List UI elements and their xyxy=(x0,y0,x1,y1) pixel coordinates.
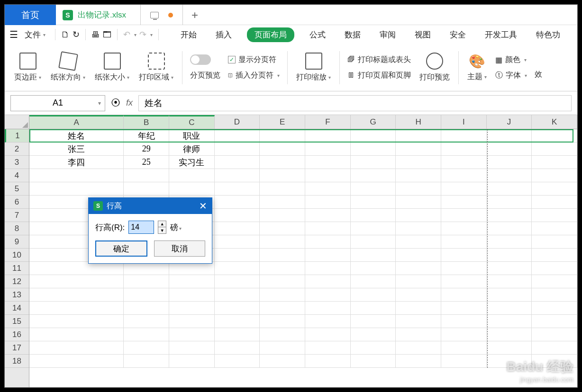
save-icon[interactable]: 🗋 xyxy=(61,30,70,40)
menu-file[interactable]: 文件▾ xyxy=(21,27,49,42)
hamburger-icon[interactable]: ☰ xyxy=(9,29,18,40)
cell[interactable] xyxy=(441,169,487,182)
cell[interactable] xyxy=(260,341,305,355)
ribbon-print-preview[interactable]: 打印预览 xyxy=(415,46,455,89)
row-header[interactable]: 8 xyxy=(5,222,29,235)
row-header[interactable]: 17 xyxy=(5,341,29,355)
cell[interactable]: 实习生 xyxy=(169,156,215,169)
ribbon-size[interactable]: 纸张大小▾ xyxy=(90,46,134,89)
cell[interactable] xyxy=(29,169,124,182)
cell[interactable] xyxy=(441,156,487,169)
cell[interactable] xyxy=(124,328,169,341)
cell[interactable] xyxy=(305,182,351,196)
cell[interactable] xyxy=(532,315,577,328)
cell[interactable] xyxy=(487,288,532,302)
cell[interactable] xyxy=(487,275,532,288)
row-header[interactable]: 15 xyxy=(5,315,29,328)
cell[interactable] xyxy=(396,235,441,249)
cell[interactable] xyxy=(29,302,124,315)
cell[interactable] xyxy=(441,209,487,222)
ribbon-orientation[interactable]: 纸张方向▾ xyxy=(46,46,90,89)
cell[interactable] xyxy=(260,288,305,302)
cell[interactable] xyxy=(305,249,351,262)
cell[interactable] xyxy=(487,196,532,209)
cell[interactable] xyxy=(532,341,577,355)
cell[interactable] xyxy=(169,355,215,368)
cell[interactable]: 25 xyxy=(124,156,169,169)
cell[interactable] xyxy=(305,129,351,143)
cell[interactable] xyxy=(351,328,396,341)
cell[interactable]: 律师 xyxy=(169,143,215,156)
cell[interactable] xyxy=(305,275,351,288)
ok-button[interactable]: 确定 xyxy=(95,241,147,257)
cell[interactable] xyxy=(215,262,260,275)
cell[interactable] xyxy=(124,315,169,328)
cell[interactable] xyxy=(351,182,396,196)
cell[interactable] xyxy=(169,262,215,275)
cell[interactable] xyxy=(532,355,577,368)
cell[interactable] xyxy=(532,235,577,249)
cell[interactable] xyxy=(487,262,532,275)
cell[interactable] xyxy=(396,288,441,302)
cell[interactable] xyxy=(396,275,441,288)
ribbon-show-breaks[interactable]: ✓显示分页符 xyxy=(228,55,280,65)
cell[interactable] xyxy=(305,156,351,169)
cell[interactable] xyxy=(351,315,396,328)
cell[interactable] xyxy=(396,143,441,156)
ribbon-print-titles[interactable]: 🗊打印标题或表头 xyxy=(347,55,411,65)
row-header[interactable]: 9 xyxy=(5,235,29,249)
row-header[interactable]: 3 xyxy=(5,156,29,169)
cell[interactable] xyxy=(396,315,441,328)
cell[interactable] xyxy=(396,249,441,262)
cell[interactable] xyxy=(532,129,577,143)
cell[interactable] xyxy=(215,341,260,355)
row-header[interactable]: 18 xyxy=(5,355,29,368)
cell[interactable] xyxy=(260,355,305,368)
cell[interactable] xyxy=(29,288,124,302)
fx-label[interactable]: fx xyxy=(126,98,133,108)
cell[interactable] xyxy=(260,262,305,275)
cell[interactable] xyxy=(532,249,577,262)
zoom-icon[interactable]: ⦿ xyxy=(111,98,120,108)
col-header-E[interactable]: E xyxy=(260,115,305,129)
cell[interactable] xyxy=(532,288,577,302)
cell[interactable] xyxy=(215,169,260,182)
cell[interactable] xyxy=(260,129,305,143)
cell[interactable]: 张三 xyxy=(29,143,124,156)
cell[interactable] xyxy=(305,341,351,355)
cell[interactable] xyxy=(441,235,487,249)
cell[interactable] xyxy=(305,288,351,302)
row-header[interactable]: 13 xyxy=(5,288,29,302)
cell[interactable] xyxy=(124,262,169,275)
cell[interactable] xyxy=(260,156,305,169)
cell[interactable] xyxy=(487,315,532,328)
menu-6[interactable]: 视图 xyxy=(411,27,435,42)
cell[interactable] xyxy=(441,315,487,328)
cell[interactable] xyxy=(169,169,215,182)
cell[interactable] xyxy=(532,143,577,156)
cell[interactable] xyxy=(124,302,169,315)
undo-icon[interactable]: ↶ xyxy=(123,29,130,40)
cell[interactable] xyxy=(396,156,441,169)
cell[interactable] xyxy=(215,315,260,328)
menu-7[interactable]: 安全 xyxy=(446,27,470,42)
cell[interactable] xyxy=(532,328,577,341)
cell[interactable] xyxy=(169,315,215,328)
cell[interactable] xyxy=(169,288,215,302)
cell[interactable] xyxy=(169,341,215,355)
cell[interactable] xyxy=(396,262,441,275)
cell[interactable] xyxy=(305,196,351,209)
cell[interactable] xyxy=(260,275,305,288)
cell[interactable] xyxy=(260,315,305,328)
cell[interactable] xyxy=(487,222,532,235)
cell[interactable] xyxy=(29,275,124,288)
cell[interactable] xyxy=(215,328,260,341)
cell[interactable] xyxy=(532,262,577,275)
col-header-I[interactable]: I xyxy=(441,115,487,129)
cell[interactable] xyxy=(487,169,532,182)
menu-5[interactable]: 审阅 xyxy=(376,27,400,42)
cell[interactable] xyxy=(305,355,351,368)
row-height-input[interactable] xyxy=(128,221,154,234)
menu-8[interactable]: 开发工具 xyxy=(481,27,521,42)
cell[interactable] xyxy=(305,235,351,249)
